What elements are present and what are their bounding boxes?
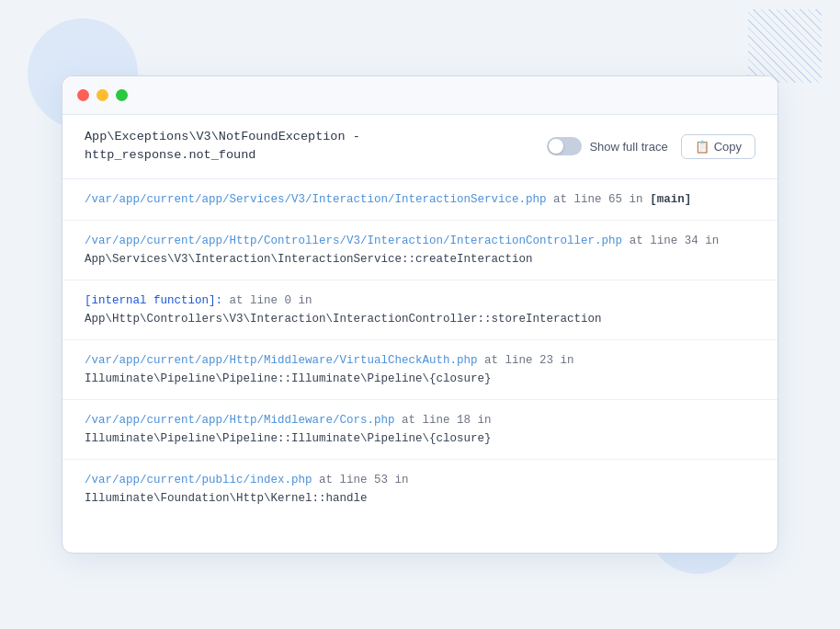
traffic-light-red[interactable]	[77, 89, 89, 101]
trace-at: at line 0 in	[230, 294, 312, 307]
trace-at: at line 18 in	[402, 414, 492, 427]
trace-item: /var/app/current/public/index.php at lin…	[62, 460, 778, 519]
show-full-trace-label: Show full trace	[589, 140, 667, 154]
trace-item: /var/app/current/app/Services/V3/Interac…	[62, 179, 778, 221]
trace-file-link[interactable]: /var/app/current/app/Http/Middleware/Cor…	[85, 414, 395, 427]
trace-class: App\Services\V3\Interaction\InteractionS…	[85, 253, 533, 266]
trace-main-label: [main]	[650, 193, 691, 206]
trace-class: Illuminate\Pipeline\Pipeline::Illuminate…	[85, 432, 492, 445]
header-bar: App\Exceptions\V3\NotFoundException - ht…	[62, 115, 778, 179]
toggle-knob	[549, 139, 563, 154]
trace-class: Illuminate\Pipeline\Pipeline::Illuminate…	[85, 372, 492, 385]
trace-list: /var/app/current/app/Services/V3/Interac…	[62, 179, 778, 519]
exception-title: App\Exceptions\V3\NotFoundException - ht…	[85, 128, 360, 166]
trace-at: at line 34 in	[630, 234, 720, 247]
toggle-switch[interactable]	[547, 137, 582, 155]
internal-function-label: [internal function]:	[85, 294, 222, 307]
trace-item: [internal function]: at line 0 inApp\Htt…	[62, 280, 778, 340]
trace-file-link[interactable]: /var/app/current/app/Services/V3/Interac…	[85, 193, 547, 206]
trace-item: /var/app/current/app/Http/Middleware/Cor…	[62, 400, 778, 460]
copy-button[interactable]: 📋 Copy	[681, 134, 755, 159]
show-full-trace-toggle: Show full trace	[547, 137, 667, 155]
exception-line1: App\Exceptions\V3\NotFoundException -	[85, 128, 360, 146]
trace-at: at line 65 in	[553, 193, 643, 206]
header-right: Show full trace 📋 Copy	[547, 134, 755, 159]
bg-hatch-top-right	[748, 9, 822, 83]
app-window: App\Exceptions\V3\NotFoundException - ht…	[62, 75, 778, 554]
traffic-light-green[interactable]	[116, 89, 128, 101]
trace-file-link[interactable]: /var/app/current/public/index.php	[85, 474, 312, 486]
exception-line2: http_response.not_found	[85, 146, 360, 165]
traffic-light-yellow[interactable]	[96, 89, 108, 101]
copy-icon: 📋	[695, 140, 709, 154]
trace-at: at line 23 in	[484, 354, 574, 367]
trace-file-link[interactable]: /var/app/current/app/Http/Middleware/Vir…	[85, 354, 478, 367]
trace-item: /var/app/current/app/Http/Middleware/Vir…	[62, 340, 778, 400]
trace-file-link[interactable]: /var/app/current/app/Http/Controllers/V3…	[85, 234, 622, 247]
trace-item: /var/app/current/app/Http/Controllers/V3…	[62, 221, 778, 280]
trace-class: App\Http\Controllers\V3\Interaction\Inte…	[85, 313, 602, 326]
copy-label: Copy	[714, 140, 742, 154]
trace-class: Illuminate\Foundation\Http\Kernel::handl…	[85, 492, 368, 505]
trace-at: at line 53 in	[319, 474, 409, 486]
title-bar	[62, 76, 778, 115]
